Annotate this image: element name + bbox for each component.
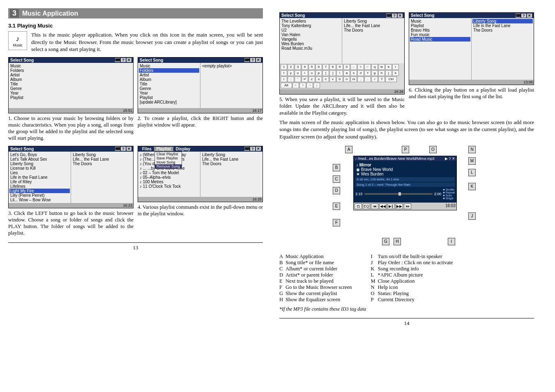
osk-key[interactable]: 1 — [281, 64, 287, 70]
close-icon[interactable]: ✕ — [256, 58, 261, 62]
osk-key[interactable]: ⇧ — [378, 76, 385, 82]
close-icon[interactable]: ✕ — [527, 14, 532, 18]
list-item[interactable]: Title — [139, 82, 199, 86]
osk-key[interactable]: 8 — [329, 64, 336, 70]
list-item[interactable]: Playlist — [139, 95, 199, 100]
list-item[interactable]: Year — [139, 91, 199, 95]
list-item[interactable]: Playlist — [9, 95, 132, 100]
kbd-icon[interactable]: ⌨ — [115, 147, 120, 151]
list-item[interactable]: Vangelis — [281, 37, 341, 42]
list-item[interactable]: ♪ 100 Metres — [139, 180, 199, 184]
list-item[interactable]: Genre — [139, 86, 199, 91]
list-item[interactable]: The Doors — [201, 161, 262, 166]
osk-key[interactable]: j — [385, 70, 392, 76]
osk-key[interactable]: ↓ — [313, 83, 320, 88]
list-item[interactable]: Life... the Fast Lane — [201, 157, 262, 161]
osk-key[interactable]: ↵ — [302, 76, 308, 82]
list-item[interactable]: Liberty Song — [9, 161, 70, 166]
osk-key[interactable]: m — [350, 76, 357, 82]
help-icon[interactable]: ? — [121, 58, 126, 62]
list-item[interactable]: Title — [9, 82, 132, 86]
fwd-button[interactable]: ▶▶ — [396, 203, 403, 209]
osk-key[interactable]: i — [302, 70, 308, 76]
list-item[interactable]: Genre — [9, 86, 132, 91]
osk-key[interactable]: 0 — [343, 64, 350, 70]
osk-key[interactable]: u — [295, 70, 301, 76]
osk-key[interactable]: b — [336, 76, 343, 82]
list-item[interactable]: Life... the Fast Lane — [343, 23, 403, 28]
osk-key[interactable]: x — [315, 76, 322, 82]
osk-key[interactable]: 4 — [302, 64, 308, 70]
kbd-icon[interactable]: ⌨ — [115, 58, 120, 62]
list-item[interactable]: Let's Talk About Sex — [9, 157, 70, 161]
list-item[interactable]: Liberty Song — [201, 152, 262, 157]
list-item[interactable]: Lilly (Pierre Perret) — [9, 193, 70, 198]
osk-key[interactable]: ; — [288, 76, 294, 82]
kbd-icon[interactable]: ⌨ — [386, 14, 391, 18]
list-item[interactable]: Liberty Song — [343, 19, 403, 23]
list-item[interactable]: ♪ 11 O'Clock Tick Tock — [139, 184, 199, 189]
win-icon[interactable]: ⌨ — [244, 147, 249, 151]
osk-key[interactable]: e — [385, 64, 392, 70]
list-item[interactable]: The Levellers — [281, 19, 341, 23]
osk-key[interactable]: h — [378, 70, 385, 76]
list-item[interactable]: Lies — [9, 171, 70, 175]
osk-key[interactable]: a — [343, 70, 350, 76]
list-item[interactable]: Liberty Song — [72, 152, 132, 157]
close-icon[interactable]: ✕ — [398, 14, 403, 18]
menu-display[interactable]: Display — [173, 147, 193, 151]
menu-item[interactable]: Remove Song — [155, 164, 182, 168]
list-item[interactable]: Tony Kaltenberg — [281, 23, 341, 28]
close-icon[interactable]: ✕ — [127, 58, 131, 62]
osk-key[interactable]: , — [357, 76, 364, 82]
list-item[interactable]: The Doors — [72, 161, 132, 166]
osk-key[interactable]: 6 — [315, 64, 322, 70]
osk-key[interactable]: - — [350, 64, 357, 70]
list-item[interactable]: ♪ 02 – Tom the Model — [139, 171, 199, 175]
eq-button[interactable]: EQ — [363, 203, 370, 209]
list-item[interactable]: License to Kill — [9, 166, 70, 171]
osk-key[interactable]: ] — [329, 70, 336, 76]
osk-key[interactable]: t — [281, 70, 287, 76]
list-item[interactable]: Artist — [9, 73, 132, 77]
osk-key[interactable]: o — [309, 70, 315, 76]
list-item[interactable]: Fun music — [410, 32, 470, 37]
win-icon[interactable]: ✕ — [256, 147, 261, 151]
list-item[interactable]: The Doors — [343, 28, 403, 32]
list-item[interactable]: Year — [9, 91, 132, 95]
osk-key[interactable]: n — [343, 76, 350, 82]
list-item[interactable]: Road Music.m3u — [281, 46, 341, 51]
osk-key[interactable]: s — [350, 70, 357, 76]
list-item[interactable]: Playlist — [410, 23, 470, 28]
osk-key[interactable]: . — [364, 76, 371, 82]
prev-button[interactable]: ⏮ — [371, 203, 378, 209]
osk-key[interactable]: Alt — [281, 83, 292, 88]
list-item[interactable]: Folders — [9, 68, 132, 73]
list-item[interactable]: U2 — [281, 28, 341, 32]
osk-key[interactable]: y — [288, 70, 294, 76]
list-item[interactable]: ♪ 05–Alpha–elvis — [139, 175, 199, 180]
kbd-icon[interactable]: ⌨ — [516, 14, 520, 18]
menu-item[interactable]: Clear Playlist — [155, 152, 182, 156]
osk-key[interactable]: \ — [336, 70, 343, 76]
play-button[interactable]: ▶‖ — [387, 203, 395, 209]
osk-key[interactable]: ← — [364, 64, 371, 70]
osk-key[interactable]: → — [306, 83, 313, 88]
osk-key[interactable]: Ctrl — [385, 76, 397, 82]
osk-key[interactable]: g — [371, 70, 378, 76]
menu-item[interactable]: Save Playlist — [155, 156, 182, 160]
menu-playlist[interactable]: Playlist — [154, 147, 173, 151]
list-item[interactable]: Let's Go, Boys — [9, 152, 70, 157]
osk-key[interactable]: z — [309, 76, 315, 82]
osk-key[interactable]: q — [371, 64, 378, 70]
osk-key[interactable]: / — [371, 76, 378, 82]
osk-key[interactable]: r — [392, 64, 399, 70]
osk-key[interactable]: 2 — [288, 64, 294, 70]
list-item[interactable]: The Doors — [472, 28, 533, 32]
list-item[interactable]: Life in the Fast Lane — [472, 23, 533, 28]
list-item[interactable]: Music — [9, 64, 132, 68]
osk-key[interactable]: f — [364, 70, 371, 76]
next-button[interactable]: ⏭ — [404, 203, 411, 209]
help-icon[interactable]: ? — [521, 14, 526, 18]
list-item[interactable]: Album — [9, 77, 132, 82]
